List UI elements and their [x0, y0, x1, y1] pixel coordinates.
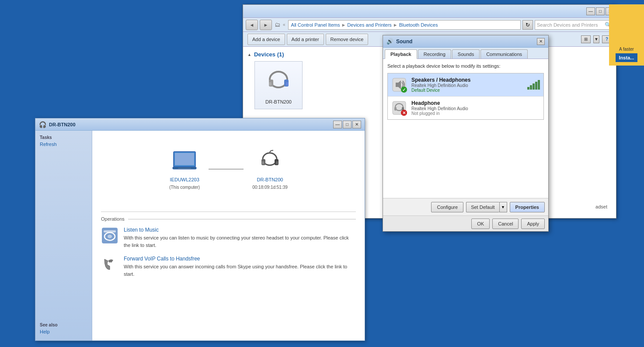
forward-button[interactable]: ►	[260, 20, 272, 30]
add-device-button[interactable]: Add a device	[247, 34, 285, 45]
dropdown-arrow[interactable]: ▼	[593, 35, 599, 43]
audio-device-speakers[interactable]: ✓ Speakers / Headphones Realtek High Def…	[388, 73, 543, 97]
properties-button[interactable]: Properties	[510, 202, 545, 212]
playback-desc: Select a playback device below to modify…	[387, 63, 544, 69]
headphone-svg	[265, 67, 293, 96]
operations-header: Operations	[101, 216, 356, 222]
svg-rect-13	[276, 161, 278, 164]
sound-title-icon: 🔊	[386, 38, 393, 45]
voip-link[interactable]: Forward VoIP Calls to Handsfree	[124, 256, 356, 262]
device-close-button[interactable]: ✕	[352, 121, 361, 128]
help-link[interactable]: Help	[40, 329, 87, 334]
path-level1[interactable]: Devices and Printers	[347, 22, 392, 28]
listen-music-desc: With this service you can listen to musi…	[124, 234, 356, 249]
install-button[interactable]: Insta...	[616, 53, 638, 62]
sound-dialog-titlebar: 🔊 Sound ✕	[383, 35, 548, 48]
speakers-status: Default Device	[411, 88, 523, 93]
device-name-label: DR-BTN200	[265, 99, 292, 104]
speakers-info: Speakers / Headphones Realtek High Defin…	[411, 77, 523, 93]
bar3	[533, 83, 535, 90]
computer-sub: (This computer)	[169, 185, 200, 190]
folder-icon: 🗂	[275, 21, 280, 28]
path-root[interactable]: All Control Panel Items	[291, 22, 340, 28]
device-body: Tasks Refresh See also Help	[35, 131, 365, 340]
music-icon-svg	[101, 227, 118, 244]
view-icon[interactable]: ⊞	[581, 35, 591, 43]
computer-name: IEDUWL2203	[170, 177, 199, 182]
listen-music-link[interactable]: Listen to Music	[124, 227, 356, 233]
tab-recording[interactable]: Recording	[418, 49, 451, 59]
back-arrow-icon: «	[283, 22, 285, 27]
bar4	[535, 82, 537, 90]
sound-dialog: 🔊 Sound ✕ Playback Recording Sounds Comm…	[383, 35, 549, 232]
svg-rect-12	[262, 161, 264, 164]
device-minimize-button[interactable]: —	[333, 121, 342, 128]
green-status-indicator: ✓	[401, 87, 407, 93]
bar1	[527, 87, 529, 90]
laptop-svg	[169, 149, 200, 174]
voip-op-icon	[101, 256, 118, 273]
set-default-dropdown[interactable]: ▼	[499, 202, 507, 212]
device-maximize-button[interactable]: □	[343, 121, 352, 128]
connection-line	[209, 169, 244, 170]
tabs-bar: Playback Recording Sounds Communications	[383, 48, 548, 59]
device-conn-name: DR-BTN200	[257, 177, 283, 182]
svg-rect-6	[175, 153, 194, 165]
audio-device-headphone[interactable]: ✕ Headphone Realtek High Definition Audi…	[388, 97, 543, 119]
music-op-icon	[101, 227, 118, 244]
music-op-content: Listen to Music With this service you ca…	[124, 227, 356, 249]
red-status-indicator: ✕	[401, 110, 407, 116]
add-printer-button[interactable]: Add a printer	[287, 34, 324, 45]
minimize-button[interactable]: —	[586, 7, 595, 15]
tab-sounds[interactable]: Sounds	[452, 49, 480, 59]
remove-device-button[interactable]: Remove device	[326, 34, 369, 45]
svg-rect-17	[104, 230, 116, 232]
configure-button[interactable]: Configure	[431, 202, 463, 212]
device-title-icon: 🎧	[39, 121, 46, 128]
sound-dialog-main-actions: OK Cancel Apply	[383, 215, 548, 231]
operations-section: Operations Listen to Music Wi	[101, 212, 356, 285]
device-icon	[263, 66, 294, 97]
bar2	[530, 85, 532, 90]
devices-section-title: Devices (1)	[254, 51, 284, 58]
voip-op-content: Forward VoIP Calls to Handsfree With thi…	[124, 256, 356, 278]
tab-communications[interactable]: Communications	[480, 49, 528, 59]
path-level2[interactable]: Bluetooth Devices	[399, 22, 438, 28]
see-also-label: See also	[40, 323, 87, 327]
operation-item-voip: Forward VoIP Calls to Handsfree With thi…	[101, 256, 356, 278]
set-default-button[interactable]: Set Default	[466, 202, 499, 212]
bottom-hint: adset	[595, 204, 607, 209]
signal-bars	[527, 80, 540, 90]
address-bar: ◄ ► 🗂 « All Control Panel Items ► Device…	[243, 18, 616, 32]
cancel-button[interactable]: Cancel	[492, 219, 519, 229]
refresh-button[interactable]: ↻	[522, 20, 533, 30]
device-conn-sub: 00:18:09:1d:51:39	[252, 185, 288, 190]
laptop-icon	[169, 148, 200, 174]
sidebar-spacer	[40, 149, 87, 323]
refresh-link[interactable]: Refresh	[40, 142, 87, 147]
sound-dialog-device-actions: Configure Set Default ▼ Properties	[383, 198, 548, 215]
device-item-drbtn200[interactable]: DR-BTN200	[254, 61, 303, 109]
connection-diagram: IEDUWL2203 (This computer)	[101, 139, 356, 198]
notification-text: A faster	[617, 45, 636, 53]
ok-button[interactable]: OK	[471, 219, 490, 229]
back-button[interactable]: ◄	[246, 20, 258, 30]
headphone-diag-svg	[258, 149, 282, 174]
tasks-label: Tasks	[40, 135, 87, 140]
headphone-node: DR-BTN200 00:18:09:1d:51:39	[252, 148, 288, 190]
headphone-audio-icon: ✕	[391, 100, 407, 116]
device-title-text: DR-BTN200	[49, 122, 332, 127]
audio-device-list: ✓ Speakers / Headphones Realtek High Def…	[387, 73, 544, 120]
sound-dialog-close[interactable]: ✕	[537, 38, 545, 45]
apply-button[interactable]: Apply	[521, 219, 545, 229]
voip-desc: With this service you can answer incomin…	[124, 263, 356, 278]
operations-label: Operations	[101, 216, 125, 222]
device-window: 🎧 DR-BTN200 — □ ✕ Tasks Refresh See also…	[35, 118, 365, 341]
headphone-driver: Realtek High Definition Audio	[411, 106, 540, 111]
computer-node: IEDUWL2203 (This computer)	[169, 148, 200, 190]
search-box[interactable]: Search Devices and Printers 🔍	[535, 20, 613, 30]
tab-playback[interactable]: Playback	[385, 49, 417, 59]
headphone-status: Not plugged in	[411, 111, 540, 116]
device-main: IEDUWL2203 (This computer)	[92, 131, 365, 340]
maximize-button[interactable]: □	[596, 7, 605, 15]
